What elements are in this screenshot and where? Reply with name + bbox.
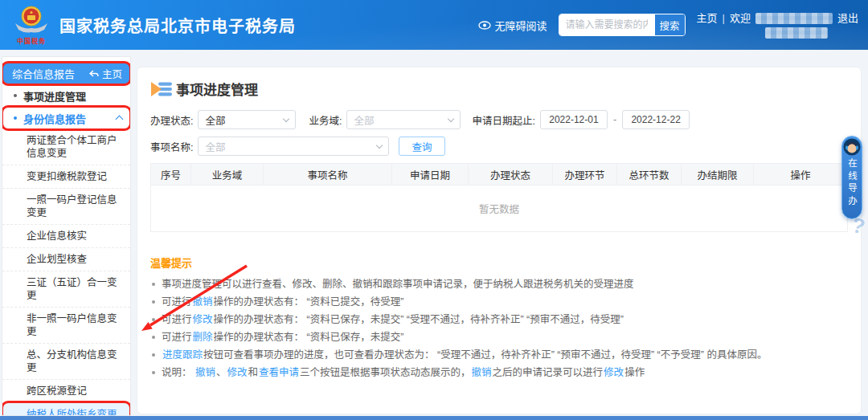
bullet-dot-icon — [152, 318, 155, 321]
sidebar-item-identity[interactable]: 身份信息报告 — [2, 107, 130, 129]
progress-table: 序号业务域事项名称申请日期办理状态办理环节总环节数办结期限操作 暂无数据 — [150, 163, 848, 232]
online-guide-widget[interactable]: 在线导办 — [841, 136, 862, 219]
sidebar-subitem[interactable]: 纳税人所处街乡变更 — [2, 402, 130, 416]
tip-action-link[interactable]: 查看申请 — [259, 367, 299, 378]
tips-list: 事项进度管理可以进行查看、修改、删除、撤销和跟踪事项申请记录，便于纳税人跟进税务… — [150, 278, 848, 379]
emblem-graphic — [14, 6, 49, 35]
page-title: 事项进度管理 — [176, 79, 258, 99]
search-button[interactable]: 搜索 — [654, 14, 685, 35]
sidebar-item-progress[interactable]: 事项进度管理 — [2, 84, 130, 107]
sidebar-subitem[interactable]: 三证（五证）合一变更 — [2, 271, 130, 307]
status-select[interactable]: 全部 — [198, 110, 296, 129]
tip-action-link[interactable]: 删除 — [193, 332, 213, 343]
header-right: 无障碍阅读 搜索 主页 | 欢迎 退出 — [478, 0, 858, 50]
item-name-filter-label: 事项名称: — [150, 139, 193, 154]
welcome-label: 欢迎 — [730, 11, 751, 26]
item-name-select[interactable]: 全部 — [198, 137, 389, 156]
date-dash: - — [613, 114, 616, 125]
tip-text: 操作的办理状态有： “资料已保存，未提交” — [214, 332, 404, 343]
table-header-row: 序号业务域事项名称申请日期办理状态办理环节总环节数办结期限操作 — [151, 164, 848, 186]
tip-text: 事项进度管理可以进行查看、修改、删除、撤销和跟踪事项申请记录，便于纳税人跟进税务… — [162, 279, 634, 290]
search-input[interactable] — [559, 14, 654, 35]
home-link[interactable]: 主页 — [697, 11, 718, 26]
tip-text: 、 — [216, 367, 227, 378]
status-filter-label: 办理状态: — [150, 112, 193, 128]
tips-section: 温馨提示 事项进度管理可以进行查看、修改、删除、撤销和跟踪事项申请记录，便于纳税… — [150, 255, 848, 379]
filter-row-1: 办理状态: 全部 业务域: 全部 申请日期起止: - — [150, 110, 848, 129]
table-column-header: 办结期限 — [682, 164, 754, 186]
divider: | — [723, 11, 725, 26]
tip-action-link[interactable]: 撤销 — [195, 367, 215, 378]
site-title: 国家税务总局北京市电子税务局 — [59, 14, 296, 37]
sidebar-subitem[interactable]: 企业划型核查 — [2, 247, 130, 271]
chevron-down-icon — [448, 115, 454, 121]
bullet-dot-icon — [14, 116, 17, 120]
tip-text: 可进行 — [162, 314, 192, 325]
bullet-dot-icon — [152, 300, 155, 304]
sidebar-subitem[interactable]: 非一照一码户信息变更 — [2, 307, 130, 343]
page: 中国税务 国家税务总局北京市电子税务局 无障碍阅读 搜索 主页 | 欢迎 — [0, 0, 868, 420]
back-arrow-icon — [89, 70, 99, 78]
table-column-header: 序号 — [151, 164, 191, 186]
sidebar-subitem[interactable]: 总、分支机构信息变更 — [2, 343, 130, 379]
tip-action-link[interactable]: 撤销 — [472, 367, 492, 378]
tip-text: 可进行 — [162, 296, 192, 308]
domain-select-value: 全部 — [354, 112, 374, 128]
chevron-down-icon — [283, 115, 289, 121]
table-empty-row: 暂无数据 — [151, 186, 848, 232]
item-name-select-value: 全部 — [205, 139, 225, 154]
bullet-dot-icon — [152, 371, 155, 374]
tip-item: 说明： 撤销、修改和查看申请三个按钮是根据事项状态动态展示的，撤销之后的申请记录… — [150, 366, 848, 379]
brand: 中国税务 国家税务总局北京市电子税务局 — [0, 6, 296, 45]
assistant-avatar-icon — [843, 138, 861, 156]
query-button[interactable]: 查询 — [399, 137, 444, 156]
tip-action-link[interactable]: 撤销 — [193, 296, 213, 308]
progress-table-wrap: 序号业务域事项名称申请日期办理状态办理环节总环节数办结期限操作 暂无数据 — [150, 163, 848, 232]
header: 中国税务 国家税务总局北京市电子税务局 无障碍阅读 搜索 主页 | 欢迎 — [0, 0, 868, 50]
tip-item: 可进行撤销操作的办理状态有： “资料已提交，待受理” — [150, 296, 848, 308]
tips-title: 温馨提示 — [150, 255, 848, 270]
sidebar: 综合信息报告 主页 事项进度管理 身份信息报告 两证整合个体工商户信息变更变更扣… — [2, 56, 131, 416]
tip-item: 进度跟踪按钮可查看事项办理的进度，也可查看办理状态为： “受理不通过，待补齐补正… — [150, 349, 848, 361]
sidebar-subitem[interactable]: 跨区税源登记 — [2, 379, 130, 402]
sidebar-subitem[interactable]: 企业信息核实 — [2, 224, 130, 247]
tip-item: 可进行删除操作的办理状态有： “资料已保存，未提交” — [150, 331, 848, 344]
back-home-link[interactable]: 主页 — [89, 66, 122, 81]
page-title-row: 事项进度管理 — [150, 79, 848, 99]
online-guide-label: 在线导办 — [845, 158, 858, 208]
tip-action-link[interactable]: 进度跟踪 — [162, 349, 203, 361]
bullet-dot-icon — [152, 336, 155, 339]
list-title-icon — [150, 80, 173, 98]
back-home-label: 主页 — [102, 66, 122, 81]
sidebar-section-header[interactable]: 综合信息报告 主页 — [2, 63, 130, 84]
sidebar-subitem[interactable]: 变更扣缴税款登记 — [2, 165, 130, 188]
table-column-header: 办理环节 — [553, 164, 617, 186]
tip-text: 可进行 — [162, 332, 192, 343]
accessibility-toggle[interactable]: 无障碍阅读 — [478, 18, 547, 33]
redacted-company — [765, 27, 828, 39]
filter-panel: 办理状态: 全部 业务域: 全部 申请日期起止: - 事项名称: — [150, 110, 848, 156]
tip-action-link[interactable]: 修改 — [227, 367, 248, 378]
sidebar-item-label: 事项进度管理 — [23, 88, 86, 104]
table-column-header: 总环节数 — [617, 164, 682, 186]
tip-text: 操作的办理状态有： “资料已提交，待受理” — [214, 296, 404, 308]
tip-text: 和 — [248, 367, 259, 378]
tip-action-link[interactable]: 修改 — [193, 314, 213, 325]
redacted-username — [755, 13, 833, 24]
tip-action-link[interactable]: 修改 — [604, 367, 624, 378]
chevron-down-icon — [376, 141, 383, 148]
bullet-dot-icon — [152, 283, 155, 286]
tip-text: 操作的办理状态有： “资料已保存，未提交” “受理不通过，待补齐补正” “预审不… — [214, 314, 624, 325]
status-select-value: 全部 — [205, 112, 225, 128]
domain-select[interactable]: 全部 — [346, 110, 461, 129]
sidebar-subitem[interactable]: 两证整合个体工商户信息变更 — [2, 129, 130, 165]
tip-text: 说明： — [162, 367, 194, 378]
date-range-label: 申请日期起止: — [472, 112, 534, 128]
domain-filter-label: 业务域: — [309, 112, 342, 128]
date-from-input[interactable] — [540, 110, 608, 129]
logout-link[interactable]: 退出 — [837, 11, 858, 26]
bullet-dot-icon — [152, 353, 155, 357]
date-to-input[interactable] — [622, 110, 690, 129]
bullet-dot-icon — [14, 94, 17, 97]
sidebar-subitem[interactable]: 一照一码户登记信息变更 — [2, 188, 130, 224]
